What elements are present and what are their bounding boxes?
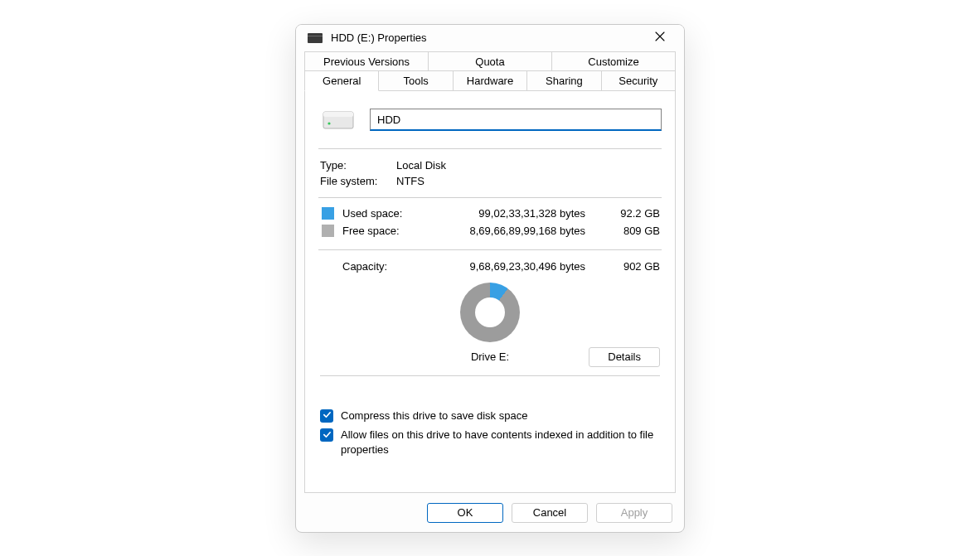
apply-button[interactable]: Apply	[596, 503, 672, 523]
capacity-human: 902 GB	[609, 260, 660, 273]
compress-checkbox-row: Compress this drive to save disk space	[320, 406, 660, 426]
svg-rect-3	[323, 112, 353, 117]
capacity-label: Capacity:	[320, 260, 414, 273]
checkmark-icon	[323, 429, 332, 442]
free-bytes: 8,69,66,89,99,168 bytes	[414, 225, 609, 237]
free-space-row: Free space: 8,69,66,89,99,168 bytes 809 …	[320, 222, 660, 239]
drive-name-input[interactable]	[370, 109, 662, 131]
filesystem-label: File system:	[320, 175, 396, 187]
type-value: Local Disk	[396, 159, 446, 172]
titlebar: HDD (E:) Properties	[296, 25, 684, 51]
checkmark-icon	[323, 409, 332, 422]
index-label[interactable]: Allow files on this drive to have conten…	[341, 428, 660, 457]
svg-rect-1	[308, 36, 323, 36]
window-title: HDD (E:) Properties	[331, 31, 427, 44]
drive-name-row	[318, 105, 662, 135]
info-section: Type: Local Disk File system: NTFS	[318, 148, 662, 197]
drive-label-row: Drive E: Details	[320, 347, 660, 367]
close-icon	[655, 31, 665, 44]
free-swatch-icon	[322, 225, 334, 237]
used-bytes: 99,02,33,31,328 bytes	[414, 207, 609, 220]
free-label: Free space:	[342, 225, 414, 237]
tab-security[interactable]: Security	[601, 70, 676, 91]
tab-previous-versions[interactable]: Previous Versions	[304, 51, 429, 71]
button-bar: OK Cancel Apply	[296, 493, 684, 533]
compress-checkbox[interactable]	[320, 409, 333, 423]
used-space-row: Used space: 99,02,33,31,328 bytes 92.2 G…	[320, 205, 660, 222]
cancel-button[interactable]: Cancel	[512, 503, 588, 523]
checkbox-section: Compress this drive to save disk space A…	[318, 383, 662, 462]
used-human: 92.2 GB	[609, 207, 660, 220]
tab-hardware[interactable]: Hardware	[453, 70, 527, 91]
tab-sharing[interactable]: Sharing	[526, 70, 601, 91]
tab-area: Previous Versions Quota Customize Genera…	[296, 51, 684, 493]
used-label: Used space:	[342, 207, 414, 220]
filesystem-row: File system: NTFS	[320, 173, 660, 189]
drive-icon-small	[308, 32, 323, 44]
tab-quota[interactable]: Quota	[428, 51, 552, 71]
filesystem-value: NTFS	[396, 175, 425, 187]
tab-panel-general: Type: Local Disk File system: NTFS Used …	[304, 90, 676, 493]
svg-point-4	[327, 122, 330, 124]
usage-donut-icon	[460, 283, 520, 342]
used-swatch-icon	[322, 207, 334, 220]
close-button[interactable]	[644, 25, 676, 51]
index-checkbox[interactable]	[320, 428, 333, 442]
usage-donut-wrap	[320, 283, 660, 342]
tab-general[interactable]: General	[304, 70, 379, 91]
type-label: Type:	[320, 159, 396, 172]
capacity-section: Capacity: 9,68,69,23,30,496 bytes 902 GB…	[318, 249, 662, 383]
compress-label[interactable]: Compress this drive to save disk space	[341, 409, 527, 423]
index-checkbox-row: Allow files on this drive to have conten…	[320, 425, 660, 459]
drive-letter-label: Drive E:	[413, 351, 567, 363]
svg-rect-0	[308, 33, 323, 43]
free-human: 809 GB	[609, 225, 660, 237]
details-button[interactable]: Details	[589, 347, 660, 367]
tab-customize[interactable]: Customize	[551, 51, 676, 71]
ok-button[interactable]: OK	[427, 503, 503, 523]
properties-dialog: HDD (E:) Properties Previous Versions Qu…	[295, 24, 685, 533]
tabs-row-1: Previous Versions Quota Customize	[304, 51, 676, 71]
space-section: Used space: 99,02,33,31,328 bytes 92.2 G…	[318, 197, 662, 246]
tab-tools[interactable]: Tools	[378, 70, 453, 91]
divider	[320, 375, 660, 376]
tabs-row-2: General Tools Hardware Sharing Security	[304, 70, 676, 91]
capacity-row: Capacity: 9,68,69,23,30,496 bytes 902 GB	[320, 259, 660, 274]
drive-icon	[318, 105, 358, 135]
capacity-bytes: 9,68,69,23,30,496 bytes	[414, 260, 609, 273]
type-row: Type: Local Disk	[320, 157, 660, 173]
